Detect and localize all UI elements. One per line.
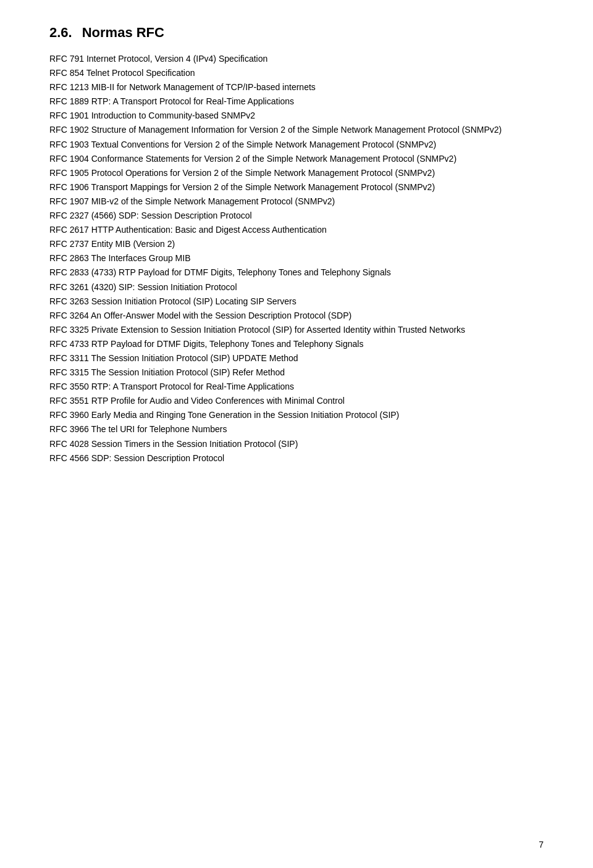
list-item: RFC 1901 Introduction to Community-based… bbox=[49, 109, 544, 123]
list-item: RFC 3960 Early Media and Ringing Tone Ge… bbox=[49, 408, 544, 422]
list-item: RFC 3315 The Session Initiation Protocol… bbox=[49, 365, 544, 380]
list-item: RFC 1903 Textual Conventions for Version… bbox=[49, 138, 544, 152]
list-item: RFC 3966 The tel URI for Telephone Numbe… bbox=[49, 422, 544, 436]
section-number: 2.6. bbox=[49, 25, 72, 41]
list-item: RFC 1906 Transport Mappings for Version … bbox=[49, 180, 544, 194]
list-item: RFC 2617 HTTP Authentication: Basic and … bbox=[49, 223, 544, 237]
list-item: RFC 1904 Conformance Statements for Vers… bbox=[49, 152, 544, 166]
list-item: RFC 3550 RTP: A Transport Protocol for R… bbox=[49, 380, 544, 394]
list-item: RFC 1905 Protocol Operations for Version… bbox=[49, 166, 544, 180]
list-item: RFC 3325 Private Extension to Session In… bbox=[49, 323, 544, 337]
list-item: RFC 791 Internet Protocol, Version 4 (IP… bbox=[49, 52, 544, 66]
list-item: RFC 2863 The Interfaces Group MIB bbox=[49, 251, 544, 265]
list-item: RFC 3551 RTP Profile for Audio and Video… bbox=[49, 394, 544, 408]
list-item: RFC 3263 Session Initiation Protocol (SI… bbox=[49, 294, 544, 309]
list-item: RFC 1902 Structure of Management Informa… bbox=[49, 123, 544, 137]
list-item: RFC 3261 (4320) SIP: Session Initiation … bbox=[49, 280, 544, 294]
list-item: RFC 1889 RTP: A Transport Protocol for R… bbox=[49, 94, 544, 109]
list-item: RFC 2833 (4733) RTP Payload for DTMF Dig… bbox=[49, 265, 544, 280]
list-item: RFC 3311 The Session Initiation Protocol… bbox=[49, 351, 544, 365]
list-item: RFC 854 Telnet Protocol Specification bbox=[49, 66, 544, 80]
list-item: RFC 2327 (4566) SDP: Session Description… bbox=[49, 209, 544, 223]
list-item: RFC 4566 SDP: Session Description Protoc… bbox=[49, 451, 544, 465]
list-item: RFC 4028 Session Timers in the Session I… bbox=[49, 437, 544, 451]
list-item: RFC 3264 An Offer-Answer Model with the … bbox=[49, 309, 544, 323]
page-number: 7 bbox=[539, 840, 544, 849]
list-item: RFC 1907 MIB-v2 of the Simple Network Ma… bbox=[49, 194, 544, 209]
list-item: RFC 4733 RTP Payload for DTMF Digits, Te… bbox=[49, 337, 544, 351]
rfc-list: RFC 791 Internet Protocol, Version 4 (IP… bbox=[49, 52, 544, 465]
list-item: RFC 2737 Entity MIB (Version 2) bbox=[49, 237, 544, 251]
list-item: RFC 1213 MIB-II for Network Management o… bbox=[49, 80, 544, 94]
page-container: 2.6. Normas RFC RFC 791 Internet Protoco… bbox=[0, 0, 593, 503]
section-title: Normas RFC bbox=[82, 25, 164, 41]
section-heading: 2.6. Normas RFC bbox=[49, 25, 544, 41]
